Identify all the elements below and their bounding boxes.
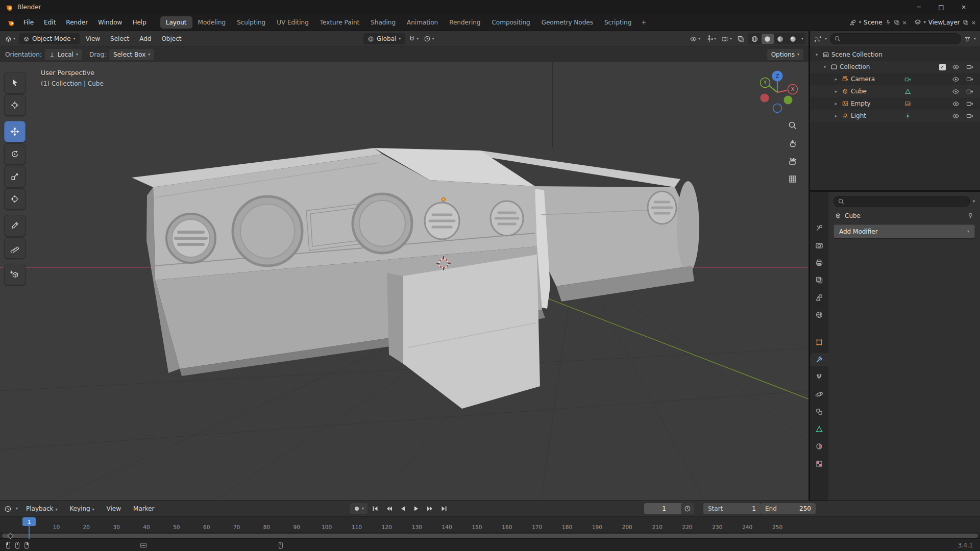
zoom-icon[interactable] [788, 121, 797, 130]
hide-eye-icon[interactable] [952, 100, 960, 108]
object-visibility-dropdown[interactable]: ▾ [688, 33, 702, 44]
frame-end-field[interactable]: End250 [761, 503, 816, 514]
tab-constraints[interactable] [810, 405, 828, 418]
render-visibility-icon[interactable] [966, 63, 973, 70]
outliner-row-camera[interactable]: ▸ Camera [810, 73, 980, 85]
tool-transform[interactable] [4, 188, 26, 210]
outliner-row-light[interactable]: ▸ Light [810, 110, 980, 122]
new-viewlayer-icon[interactable] [963, 19, 969, 26]
disclosure-icon[interactable]: ▸ [832, 89, 840, 94]
timeline-menu-playback[interactable]: Playback ▾ [22, 504, 61, 514]
shading-caret[interactable]: ▾ [800, 37, 805, 41]
next-keyframe-button[interactable] [424, 503, 436, 515]
workspace-tab-uv-editing[interactable]: UV Editing [271, 16, 314, 29]
tab-tool[interactable] [810, 221, 828, 235]
filter-icon[interactable] [964, 36, 971, 42]
hide-eye-icon[interactable] [952, 76, 960, 83]
outliner-editor-icon[interactable] [814, 35, 822, 43]
camera-view-icon[interactable] [788, 157, 797, 166]
viewport-menu-view[interactable]: View [82, 34, 104, 44]
disclosure-icon[interactable]: ▾ [813, 52, 820, 57]
tab-view-layer[interactable] [810, 273, 828, 287]
timeline-scrollbar[interactable] [2, 534, 978, 538]
timeline-menu-view[interactable]: View [103, 504, 125, 514]
play-reverse-button[interactable] [397, 503, 409, 515]
proportional-caret[interactable]: ▾ [432, 37, 434, 41]
timeline-editor-caret[interactable]: ▾ [16, 507, 18, 511]
menu-window[interactable]: Window [93, 17, 127, 28]
tool-rotate[interactable] [4, 143, 26, 165]
collection-checkbox[interactable]: ✓ [939, 64, 946, 70]
object-name[interactable]: Empty [851, 100, 900, 107]
shading-material-button[interactable] [774, 34, 787, 44]
xray-toggle[interactable] [736, 33, 746, 44]
outliner-row-collection[interactable]: ▾ Collection ✓ [810, 61, 980, 73]
tab-physics[interactable] [810, 388, 828, 401]
snapping-toggle[interactable]: ▾ [407, 33, 420, 44]
tool-scale[interactable] [4, 166, 26, 187]
collection-label[interactable]: Collection [840, 63, 935, 70]
viewport-canvas[interactable] [0, 62, 808, 500]
tool-add-cube[interactable] [4, 264, 26, 285]
tool-select-box[interactable] [4, 72, 26, 93]
outliner-search-input[interactable] [830, 33, 961, 44]
new-scene-icon[interactable] [894, 19, 900, 26]
workspace-tab-compositing[interactable]: Compositing [486, 16, 535, 29]
render-visibility-icon[interactable] [966, 88, 973, 95]
tab-modifiers[interactable] [810, 353, 828, 366]
outliner-row-cube[interactable]: ▸ Cube [810, 85, 980, 97]
tab-object[interactable] [810, 336, 828, 349]
menu-edit[interactable]: Edit [39, 17, 60, 28]
hide-eye-icon[interactable] [952, 88, 960, 95]
workspace-tab-scripting[interactable]: Scripting [599, 16, 637, 29]
filter-caret[interactable]: ▾ [974, 37, 976, 41]
render-visibility-icon[interactable] [966, 112, 973, 119]
tab-particles[interactable] [810, 370, 828, 384]
navigation-gizmo[interactable]: Z Y X [754, 69, 800, 115]
object-name[interactable]: Camera [851, 76, 900, 83]
shading-rendered-button[interactable] [787, 34, 799, 44]
render-visibility-icon[interactable] [966, 100, 973, 107]
frame-start-field[interactable]: Start1 [703, 503, 761, 514]
jump-to-start-button[interactable] [369, 503, 381, 515]
prev-keyframe-button[interactable] [383, 503, 395, 515]
tab-output[interactable] [810, 256, 828, 269]
menu-help[interactable]: Help [128, 17, 151, 28]
scene-name[interactable]: Scene [864, 19, 883, 26]
image-data-icon[interactable] [904, 101, 911, 107]
timeline-menu-marker[interactable]: Marker [129, 504, 158, 514]
orientation-dropdown[interactable]: Local▾ [45, 49, 82, 60]
render-visibility-icon[interactable] [966, 76, 973, 83]
use-preview-range-button[interactable] [681, 503, 694, 514]
timeline-ruler[interactable]: 1020304050607080901001101201301401501601… [0, 516, 980, 532]
gizmos-toggle[interactable]: ▾ [704, 33, 718, 44]
current-frame-field[interactable]: 1 [644, 503, 684, 514]
viewport-menu-add[interactable]: Add [135, 34, 155, 44]
outliner-editor-caret[interactable]: ▾ [825, 37, 827, 41]
tool-measure[interactable] [4, 237, 26, 259]
workspace-tab-geometry-nodes[interactable]: Geometry Nodes [536, 16, 599, 29]
gizmo-z-neg[interactable] [773, 104, 782, 113]
mode-dropdown[interactable]: Object Mode▾ [19, 33, 80, 44]
tab-object-data[interactable] [810, 422, 828, 436]
scene-browse-caret[interactable]: ▾ [859, 20, 861, 24]
properties-search-input[interactable] [834, 196, 970, 207]
dashboard-model[interactable] [132, 148, 699, 409]
tab-material[interactable] [810, 440, 828, 453]
workspace-tab-texture-paint[interactable]: Texture Paint [314, 16, 365, 29]
editor-type-button[interactable]: ▾ [3, 33, 17, 44]
properties-options-caret[interactable]: ▾ [973, 199, 975, 204]
disclosure-icon[interactable]: ▸ [832, 101, 840, 106]
timeline-menu-keying[interactable]: Keying ▾ [65, 504, 98, 514]
shading-wireframe-button[interactable] [749, 34, 761, 44]
outliner-row-scene-collection[interactable]: ▾ Scene Collection [810, 48, 980, 61]
disclosure-icon[interactable]: ▸ [832, 113, 840, 118]
mesh-data-icon[interactable] [904, 88, 911, 95]
workspace-tab-layout[interactable]: Layout [160, 16, 192, 29]
playhead-line[interactable] [29, 525, 30, 539]
hide-eye-icon[interactable] [952, 112, 960, 120]
tool-annotate[interactable] [4, 215, 26, 236]
scene-icon[interactable] [849, 19, 856, 26]
light-data-icon[interactable] [904, 113, 911, 119]
add-modifier-button[interactable]: Add Modifier ▾ [834, 224, 975, 238]
